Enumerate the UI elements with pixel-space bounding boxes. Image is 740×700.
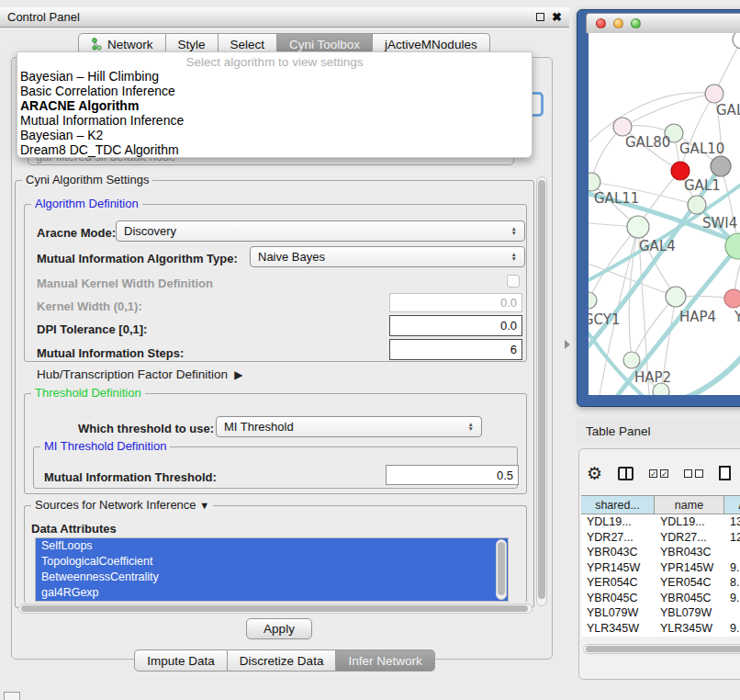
mi-steps-label: Mutual Information Steps:: [37, 346, 184, 360]
sources-group-title[interactable]: Sources for Network Inference ▼: [31, 498, 213, 512]
minimize-window-button[interactable]: [613, 18, 623, 28]
column-header-shared-name[interactable]: shared...: [581, 496, 655, 514]
mi-threshold-field[interactable]: [386, 465, 519, 485]
network-node[interactable]: [613, 118, 632, 136]
node-label: SWI4: [702, 215, 737, 231]
table-row[interactable]: YPR145W YPR145W 9.: [581, 560, 740, 576]
algorithm-dropdown-list: Select algorithm to view settings Bayesi…: [17, 51, 533, 158]
node-label: GAL1: [684, 177, 721, 194]
network-node[interactable]: [666, 287, 686, 307]
expand-right-icon: ▶: [231, 368, 243, 381]
mi-threshold-definition-title: MI Threshold Definition: [40, 439, 170, 453]
list-item[interactable]: BetweennessCentrality: [36, 570, 508, 585]
table-row[interactable]: YER054C YER054C 8.: [581, 575, 740, 591]
table-panel-titlebar: Table Panel: [577, 419, 740, 443]
node-label: GAL11: [594, 190, 639, 207]
deselect-all-icon[interactable]: [684, 469, 703, 478]
node-labels: GAL7 GAL80 GAL10 GAL1 GAL11 SWI4 GAL4 GC…: [589, 102, 740, 386]
network-node[interactable]: [627, 216, 649, 238]
kernel-width-field[interactable]: [389, 293, 522, 312]
close-panel-icon[interactable]: ✖: [552, 11, 562, 23]
network-window-titlebar[interactable]: [586, 13, 740, 33]
node-label: HAP2: [634, 369, 671, 386]
select-all-icon[interactable]: ✓✓: [649, 469, 668, 478]
network-node[interactable]: [724, 289, 740, 308]
settings-horizontal-scrollbar[interactable]: [18, 604, 533, 614]
network-node[interactable]: [688, 196, 706, 214]
network-node[interactable]: [589, 173, 600, 191]
node-label: GAL10: [679, 141, 724, 157]
table-horizontal-scrollbar[interactable]: [583, 644, 740, 654]
aracne-mode-value: Discovery: [124, 224, 176, 238]
table-row[interactable]: YLR345W YLR345W 9.: [581, 621, 740, 637]
hub-section-toggle[interactable]: Hub/Transcription Factor Definition ▶: [37, 367, 242, 381]
which-threshold-value: MI Threshold: [224, 420, 294, 434]
tab-impute-data[interactable]: Impute Data: [134, 649, 228, 672]
node-label: GCY1: [589, 311, 621, 328]
mi-type-label: Mutual Information Algorithm Type:: [37, 252, 238, 265]
dropdown-item-selected[interactable]: ARACNE Algorithm: [17, 98, 532, 113]
node-table: shared... name A YDL19... YDL19... 13 YD…: [581, 495, 740, 637]
node-label: GAL7: [716, 102, 740, 119]
network-node[interactable]: [711, 156, 731, 176]
data-attributes-list[interactable]: SelfLoops TopologicalCoefficient Between…: [35, 537, 509, 602]
data-attributes-label: Data Attributes: [31, 522, 117, 536]
table-panel-body: ⚙ ✓✓ shared... name A YDL19... YDL19... …: [578, 448, 740, 680]
network-view-window[interactable]: GAL7 GAL80 GAL10 GAL1 GAL11 SWI4 GAL4 GC…: [577, 9, 740, 407]
manual-kernel-checkbox[interactable]: [507, 275, 520, 288]
mi-type-value: Naive Bayes: [258, 250, 325, 264]
mi-threshold-label: Mutual Information Threshold:: [44, 470, 217, 484]
table-row[interactable]: YBR043C YBR043C: [581, 545, 740, 560]
network-node[interactable]: [733, 33, 740, 49]
network-node[interactable]: [705, 85, 723, 103]
table-row[interactable]: YIL052C YIL052C 9.: [581, 636, 740, 637]
zoom-window-button[interactable]: [631, 18, 641, 28]
close-window-button[interactable]: [596, 18, 606, 28]
tab-infer-network[interactable]: Infer Network: [336, 649, 434, 672]
mi-steps-field[interactable]: [389, 339, 522, 360]
table-row[interactable]: YDR27... YDR27... 12: [581, 530, 740, 546]
gear-icon[interactable]: ⚙: [587, 465, 602, 482]
tab-discretize-data[interactable]: Discretize Data: [228, 649, 337, 672]
column-header-name[interactable]: name: [655, 496, 724, 514]
stepper-arrows-icon: ▲▼: [511, 253, 517, 261]
list-item[interactable]: SelfLoops: [36, 538, 508, 554]
network-node[interactable]: [589, 292, 597, 309]
node-label: Y: [734, 309, 740, 325]
table-row[interactable]: YDL19... YDL19... 13: [581, 514, 740, 530]
control-panel-titlebar: Control Panel ✖: [0, 7, 569, 28]
settings-group-title: Cyni Algorithm Settings: [22, 173, 152, 186]
split-columns-icon[interactable]: [618, 467, 633, 480]
dropdown-item[interactable]: Basic Correlation Inference: [17, 84, 532, 98]
which-threshold-combo[interactable]: MI Threshold ▲▼: [216, 416, 482, 437]
bottom-corner-button[interactable]: [4, 692, 20, 700]
list-vertical-scrollbar[interactable]: [496, 539, 507, 600]
float-window-icon[interactable]: [536, 13, 544, 21]
network-canvas[interactable]: GAL7 GAL80 GAL10 GAL1 GAL11 SWI4 GAL4 GC…: [589, 33, 740, 395]
dropdown-item[interactable]: Bayesian – Hill Climbing: [17, 69, 532, 84]
column-header-partial[interactable]: A: [724, 496, 740, 514]
panel-divider-arrow[interactable]: [565, 340, 570, 349]
mi-algorithm-type-combo[interactable]: Naive Bayes ▲▼: [250, 246, 525, 267]
dropdown-item[interactable]: Dream8 DC_TDC Algorithm: [17, 142, 532, 157]
table-row[interactable]: YBR045C YBR045C 9.: [581, 591, 740, 606]
network-node[interactable]: [623, 352, 640, 368]
aracne-mode-combo[interactable]: Discovery ▲▼: [116, 220, 525, 242]
threshold-definition-title: Threshold Definition: [31, 386, 145, 400]
node-label: HAP4: [679, 309, 716, 325]
dropdown-item[interactable]: Bayesian – K2: [17, 128, 532, 142]
apply-button[interactable]: Apply: [246, 618, 312, 639]
table-row[interactable]: YBL079W YBL079W: [581, 605, 740, 621]
dropdown-item[interactable]: Mutual Information Inference: [17, 113, 532, 128]
list-item[interactable]: TopologicalCoefficient: [36, 554, 508, 570]
node-label: GAL80: [625, 134, 670, 151]
stepper-arrows-icon: ▲▼: [511, 227, 517, 235]
new-table-icon[interactable]: [719, 466, 731, 480]
kernel-width-label: Kernel Width (0,1):: [37, 299, 142, 313]
network-icon: [91, 38, 103, 51]
dpi-tolerance-field[interactable]: [389, 315, 522, 336]
collapse-down-icon: ▼: [199, 500, 209, 511]
list-item[interactable]: gal4RGexp: [36, 585, 508, 601]
settings-vertical-scrollbar[interactable]: [536, 176, 547, 606]
network-graph: GAL7 GAL80 GAL10 GAL1 GAL11 SWI4 GAL4 GC…: [589, 33, 740, 395]
